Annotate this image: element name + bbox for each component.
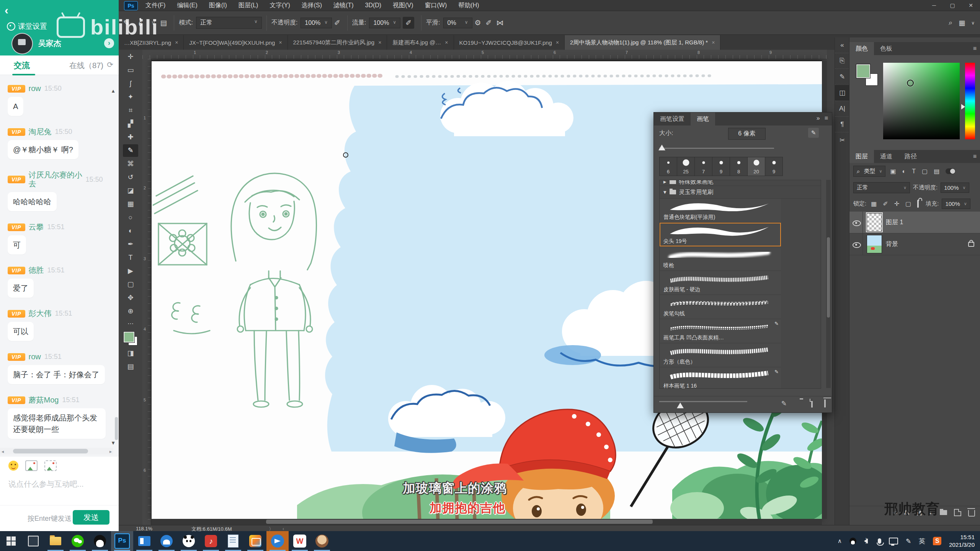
tab-channels[interactable]: 通道 [874,150,898,163]
menu-file[interactable]: 文件(F) [145,2,165,10]
layer-thumbnail[interactable] [867,235,882,253]
dodge-tool-icon[interactable]: ◐ [123,225,138,237]
tab-online[interactable]: 在线（87) [69,60,103,71]
canvas-horizontal-scrollbar[interactable] [151,519,822,525]
layer-thumbnail[interactable] [867,213,882,231]
blur-tool-icon[interactable]: ○ [123,211,138,224]
fill-select[interactable]: 100%∨ [942,199,970,209]
expand-panels-icon[interactable]: « [835,37,849,53]
marquee-tool-icon[interactable]: ▭ [123,64,138,77]
plugins-panel-icon[interactable]: ✂ [835,132,849,148]
brush-tool-icon[interactable]: ✎ [123,144,138,157]
back-icon[interactable]: ‹ [5,4,8,17]
document-tab[interactable]: JX~T{FOO]WA}(49D]KXUUH.png× [184,35,287,50]
scrollbar-thumb[interactable] [266,520,653,524]
collapse-chat-icon[interactable]: › [104,38,114,48]
menu-3d[interactable]: 3D(D) [365,2,382,9]
scroll-left-icon[interactable]: ◂ [2,449,4,454]
zoom-level[interactable]: 118.1% [136,526,152,531]
tab-paths[interactable]: 路径 [898,150,923,163]
pressure-opacity-icon[interactable]: ✐ [334,18,340,27]
filter-pixel-icon[interactable]: ▣ [890,168,896,175]
menu-edit[interactable]: 编辑(E) [177,2,197,10]
clock[interactable]: 15:51 2021/3/20 [949,533,975,549]
new-brush-icon[interactable] [811,399,813,407]
brush-item[interactable]: 炭笔勾线 [660,295,781,319]
microphone-icon[interactable] [878,538,881,544]
image-upload-icon[interactable] [25,460,38,471]
menu-window[interactable]: 窗口(W) [425,2,447,10]
scrollbar-thumb[interactable] [13,449,88,453]
document-tab[interactable]: KO19U~YJW2CICQJB@3UK1F.png× [454,35,565,50]
eraser-tool-icon[interactable]: ◪ [123,184,138,197]
close-tab-icon[interactable]: × [279,39,282,46]
brush-list[interactable]: ▸特殊效果画笔 ▾灵玉常用笔刷 普通色块笔刷(平涂用) 尖头 19号 喷枪 皮肤… [659,180,821,389]
tab-brushes[interactable]: 画笔 [691,112,715,126]
pressure-size-icon[interactable]: ✐ [486,18,492,27]
scrollbar-thumb[interactable] [827,237,830,318]
move-tool-icon[interactable]: ✛ [123,51,138,63]
eyedropper-tool-icon[interactable]: ✚ [123,131,138,143]
slider-knob[interactable] [677,403,684,408]
panel-menu-icon[interactable]: ≡ [973,45,977,52]
brush-item-selected[interactable]: 尖头 19号 [660,223,781,247]
brush-item[interactable]: ✎ 样本画笔 1 16 [660,367,781,389]
gradient-tool-icon[interactable]: ▦ [123,198,138,210]
brush-settings-panel-icon[interactable]: ✎ [835,68,849,85]
emoji-icon[interactable] [8,461,18,471]
sogou-tray-icon[interactable]: S [933,537,941,545]
menu-image[interactable]: 图像(I) [209,2,227,10]
search-icon[interactable]: ⌕ [949,19,952,27]
tab-swatches[interactable]: 色板 [874,42,898,55]
class-settings-button[interactable]: 课堂设置 [7,21,47,31]
brush-tool-icon[interactable]: ✎ [123,18,130,28]
mode-select[interactable]: 正常∨ [196,17,262,29]
wps-icon[interactable]: W [289,531,311,551]
brush-settings-icon[interactable]: ✎ [808,128,819,138]
maximize-icon[interactable]: ▢ [943,0,962,11]
close-tab-icon[interactable]: × [556,39,559,46]
video-player-icon[interactable] [133,531,155,551]
delete-layer-icon[interactable] [968,510,975,517]
brush-item[interactable]: 喷枪 [660,247,781,271]
close-tab-icon[interactable]: × [712,39,715,46]
brush-size-value[interactable]: 6 像素 [728,128,766,140]
more-tools-icon[interactable]: ⋯ [119,320,142,327]
lock-artboard-icon[interactable]: ▢ [905,200,911,207]
recent-size-selected[interactable]: 20 [747,157,765,176]
refresh-icon[interactable]: ⟳ [107,60,113,69]
recent-size[interactable]: 6 [659,157,677,176]
photoshop-taskbar-icon[interactable]: Ps [111,531,133,551]
tab-chat[interactable]: 交流 [14,60,30,71]
notepad-icon[interactable] [222,531,244,551]
shape-tool-icon[interactable]: ▢ [123,278,138,291]
brush-item[interactable]: 普通色块笔刷(平涂用) [660,199,781,223]
filter-shape-icon[interactable]: ▢ [922,168,928,175]
filter-type-icon[interactable]: T [912,168,916,175]
pen-settings-icon[interactable]: ✎ [906,537,911,545]
message-list[interactable]: VIProw15:50 A VIP淘尼兔15:50 @￥糖小糖￥ 啊? VIP讨… [0,75,113,448]
history-panel-icon[interactable]: ⎘ [835,53,849,68]
path-select-tool-icon[interactable]: ▶ [123,265,138,277]
paragraph-panel-icon[interactable]: ¶ [835,116,849,132]
color-cursor[interactable] [907,80,914,86]
lock-transparent-icon[interactable]: ▦ [871,200,877,207]
quark-browser-icon[interactable] [155,531,178,551]
send-button[interactable]: 发送 [73,510,109,525]
smoothing-options-gear-icon[interactable]: ⚙ [475,18,481,27]
type-tool-icon[interactable]: T [123,251,138,264]
filter-adjustment-icon[interactable]: ◐ [902,168,906,175]
opacity-select[interactable]: 100%∨ [301,18,332,28]
task-view-button[interactable] [22,531,44,551]
lock-all-icon[interactable] [917,201,919,207]
screenshot-icon[interactable] [44,460,57,471]
quick-select-tool-icon[interactable]: ✦ [123,91,138,103]
lock-move-icon[interactable]: ✛ [894,200,899,207]
color-swatches[interactable] [856,64,878,86]
recent-size[interactable]: 8 [730,157,748,176]
layer-name[interactable]: 背景 [886,240,898,248]
minimize-icon[interactable]: ─ [925,0,943,11]
tab-brush-settings[interactable]: 画笔设置 [654,112,691,126]
brush-item[interactable]: 皮肤画笔 - 硬边 [660,271,781,295]
qq-tray-icon[interactable] [849,538,856,544]
